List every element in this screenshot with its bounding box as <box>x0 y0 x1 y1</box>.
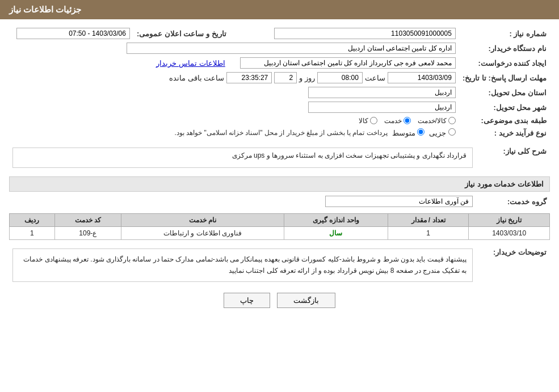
noe-farayand-label: نوع فرآیند خرید : <box>459 127 550 139</box>
motavvsat-radio[interactable] <box>417 128 424 136</box>
page-title: جزئیات اطلاعات نیاز <box>9 5 81 14</box>
khadamat-option[interactable]: خدمت <box>384 117 411 125</box>
khadamat-label: خدمت <box>384 117 402 125</box>
saat-input <box>317 72 363 83</box>
jozee-label: جزیی <box>429 129 446 137</box>
nam-khadamat-col: نام خدمت <box>121 214 284 227</box>
service-row-1: 1403/03/10 1 سال فناوری اطلاعات و ارتباط… <box>10 227 550 240</box>
motavvsat-option[interactable]: متوسط <box>392 128 425 137</box>
kala-option[interactable]: کالا <box>359 117 377 125</box>
services-table: تاریخ نیاز تعداد / مقدار واحد اندازه گیر… <box>9 213 550 240</box>
taadad-cell: 1 <box>388 227 469 240</box>
row-shahr: شهر محل تحویل: <box>9 100 550 115</box>
back-button[interactable]: بازگشت <box>277 293 335 308</box>
noe-farayand-group: جزیی متوسط پرداخت تمام یا بخشی از مبلغ خ… <box>12 128 456 137</box>
baghimande-label: ساعت باقی مانده <box>169 74 224 82</box>
kala-label: کالا <box>359 117 368 125</box>
motavvsat-label: متوسط <box>392 129 415 137</box>
ostan-input <box>308 87 456 98</box>
tarikh-elaan-label: تاریخ و ساعت اعلان عمومی: <box>133 26 230 41</box>
row-ostan: استان محل تحویل: <box>9 85 550 100</box>
nam-khadamat-cell: فناوری اطلاعات و ارتباطات <box>121 227 284 240</box>
nam-dastgah-input <box>127 43 456 54</box>
row-tabaghe: طبقه بندی موضوعی: کالا/خدمت خدمت <box>9 115 550 127</box>
rooz-label: روز و <box>299 74 315 82</box>
row-group-khadamat: گروه خدمت: <box>9 194 550 209</box>
sharh-table: شرح کلی نیاز: قرارداد نگهداری و پشتیبانی… <box>9 144 550 172</box>
services-tbody: 1403/03/10 1 سال فناوری اطلاعات و ارتباط… <box>10 227 550 240</box>
tabaghe-radio-group: کالا/خدمت خدمت کالا <box>12 117 456 125</box>
taadad-col: تعداد / مقدار <box>388 214 469 227</box>
page-wrapper: جزئیات اطلاعات نیاز شماره نیاز : تاریخ و… <box>0 0 559 392</box>
tarikh-niaz-col: تاریخ نیاز <box>469 214 550 227</box>
print-button[interactable]: چاپ <box>224 293 270 308</box>
farayand-note: پرداخت تمام یا بخشی از مبلغ خریدار از مح… <box>174 129 387 137</box>
buttons-row: بازگشت چاپ <box>9 293 550 308</box>
radif-cell: 1 <box>10 227 55 240</box>
tarikh-elaan-value <box>9 26 133 41</box>
nam-dastgah-label: نام دستگاه خریدار: <box>459 41 550 56</box>
baghimande-input <box>226 72 272 83</box>
jozee-radio[interactable] <box>448 128 456 136</box>
sharh-box: قرارداد نگهداری و پشتیبانی تجهیزات سخت ا… <box>12 147 473 168</box>
row-ijad-konande: ایجاد کننده درخواست: اطلاعات تماس خریدار <box>9 56 550 70</box>
row-nam-dastgah: نام دستگاه خریدار: <box>9 41 550 56</box>
tabaghe-label: طبقه بندی موضوعی: <box>459 115 550 127</box>
services-header-row: تاریخ نیاز تعداد / مقدار واحد اندازه گیر… <box>10 214 550 227</box>
toozihat-label: توضیحات خریدار: <box>476 245 550 286</box>
khadamat-section-header: اطلاعات خدمات مورد نیاز <box>9 176 550 192</box>
ijad-konande-input <box>240 57 456 69</box>
radif-col: ردیف <box>10 214 55 227</box>
shomare-niaz-label: شماره نیاز : <box>459 26 550 41</box>
row-toozihat: توضیحات خریدار: پیشنهاد قیمت باید بدون ش… <box>9 245 550 286</box>
group-khadamat-label: گروه خدمت: <box>476 194 550 209</box>
row-noe-farayand: نوع فرآیند خرید : جزیی متوسط پرداخت تمام… <box>9 127 550 139</box>
tarikh-input <box>388 72 456 83</box>
rooz-input <box>274 72 297 83</box>
services-thead: تاریخ نیاز تعداد / مقدار واحد اندازه گیر… <box>10 214 550 227</box>
kala-radio[interactable] <box>370 117 377 124</box>
toozihat-box: پیشنهاد قیمت باید بدون شرط و شروط باشد-ک… <box>12 248 473 282</box>
kala-khadamat-option[interactable]: کالا/خدمت <box>418 117 456 125</box>
shahr-input <box>308 102 456 113</box>
group-khadamat-table: گروه خدمت: <box>9 194 550 209</box>
vahed-col: واحد اندازه گیری <box>284 214 388 227</box>
shomare-niaz-value <box>241 26 459 41</box>
shomare-niaz-input <box>274 28 456 39</box>
jozee-option[interactable]: جزیی <box>429 128 456 137</box>
saat-label: ساعت <box>365 74 385 82</box>
kod-khadamat-cell: ع-109 <box>54 227 121 240</box>
date-row: ساعت روز و ساعت باقی مانده <box>12 72 456 83</box>
kala-khadamat-label: کالا/خدمت <box>418 117 447 125</box>
etelaaat-tamas-link[interactable]: اطلاعات تماس خریدار <box>156 59 225 68</box>
page-header: جزئیات اطلاعات نیاز <box>0 0 559 19</box>
row-mohlat-ersal: مهلت ارسال پاسخ: تا تاریخ: ساعت روز و سا… <box>9 70 550 85</box>
tarikh-niaz-cell: 1403/03/10 <box>469 227 550 240</box>
ostan-label: استان محل تحویل: <box>459 85 550 100</box>
tarikh-elaan-input <box>16 28 130 39</box>
row-shomare-tarikh: شماره نیاز : تاریخ و ساعت اعلان عمومی: <box>9 26 550 41</box>
content-area: شماره نیاز : تاریخ و ساعت اعلان عمومی: ن… <box>0 19 559 319</box>
group-khadamat-input <box>325 196 473 207</box>
toozihat-table: توضیحات خریدار: پیشنهاد قیمت باید بدون ش… <box>9 245 550 286</box>
kod-khadamat-col: کد خدمت <box>54 214 121 227</box>
toozihat-text: پیشنهاد قیمت باید بدون شرط و شروط باشد-ک… <box>23 255 466 275</box>
shahr-label: شهر محل تحویل: <box>459 100 550 115</box>
ijad-konande-label: ایجاد کننده درخواست: <box>459 56 550 70</box>
mohlat-ersal-label: مهلت ارسال پاسخ: تا تاریخ: <box>459 70 550 85</box>
row-sharh: شرح کلی نیاز: قرارداد نگهداری و پشتیبانی… <box>9 144 550 172</box>
kala-khadamat-radio[interactable] <box>448 117 456 124</box>
top-info-table: شماره نیاز : تاریخ و ساعت اعلان عمومی: ن… <box>9 26 550 139</box>
vahed-cell: سال <box>284 227 388 240</box>
sharh-label: شرح کلی نیاز: <box>476 144 550 172</box>
khadamat-radio[interactable] <box>404 117 411 124</box>
